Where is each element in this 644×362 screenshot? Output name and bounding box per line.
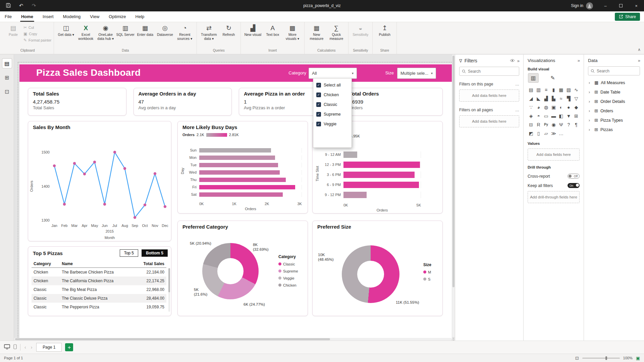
table-row[interactable]: ChickenThe Barbecue Chicken Pizza22,184.… [32, 268, 166, 277]
data-point-dec[interactable] [164, 205, 166, 208]
treemap-icon[interactable]: ▣ [550, 104, 557, 111]
busy-days-panel[interactable]: More Likely Busy Days Orders 2.1K 2.81K … [177, 121, 308, 214]
data-item-pizzas[interactable]: ›⊞Pizzas [588, 125, 640, 134]
new-page-button[interactable]: + [65, 343, 73, 351]
next-page-arrow-icon[interactable]: › [30, 345, 33, 350]
legend-item-supreme[interactable]: Supreme [278, 267, 298, 275]
cross-report-toggle[interactable]: Off [568, 174, 580, 179]
data-point-mar[interactable] [73, 162, 76, 165]
filters-search-box[interactable] [459, 67, 519, 76]
bar-3-6-pm[interactable] [343, 172, 415, 178]
fit-to-page-icon[interactable]: ⊡ [575, 356, 579, 361]
power-apps-icon[interactable]: ▱ [543, 130, 549, 137]
scatter-chart-icon[interactable]: ∵ [528, 104, 534, 111]
data-item-date-table[interactable]: ›⊞Date Table [588, 87, 640, 97]
ribbon-get-data-button[interactable]: ◫Get data ▾ [56, 23, 75, 37]
bottom-5-button[interactable]: Bottom 5 [142, 249, 168, 257]
column-header-name[interactable]: Name [60, 260, 133, 268]
checkbox-checked-icon[interactable]: ✓ [316, 93, 321, 97]
fit-to-width-icon[interactable]: ▣ [636, 356, 640, 361]
ribbon-chart-icon[interactable]: ≈ [558, 95, 565, 102]
more-options-icon[interactable]: … [515, 82, 519, 86]
previous-page-arrow-icon[interactable]: ‹ [24, 345, 27, 350]
clustered-column-chart-icon[interactable]: ▮ [550, 86, 557, 93]
bar-9-12-am[interactable] [343, 152, 357, 158]
legend-item-classic[interactable]: Classic [278, 260, 298, 267]
python-visual-icon[interactable]: Py [543, 121, 549, 128]
gauge-icon[interactable]: ◓ [535, 112, 542, 119]
decomposition-tree-icon[interactable]: Ψ [558, 121, 565, 128]
legend-item-m[interactable]: M [423, 268, 431, 276]
ribbon-text-box-button[interactable]: AText box [263, 23, 282, 37]
data-point-jun[interactable] [103, 203, 106, 205]
checkbox-checked-icon[interactable]: ✓ [316, 112, 321, 117]
data-point-sep[interactable] [133, 216, 136, 219]
area-chart-icon[interactable]: ◢ [528, 95, 534, 102]
menu-help[interactable]: Help [131, 11, 149, 22]
ribbon-new-measure-button[interactable]: ▦New measure [307, 23, 326, 41]
data-item-pizza-types[interactable]: ›⊞Pizza Types [588, 116, 640, 125]
dropdown-option-supreme[interactable]: ✓Supreme [313, 109, 352, 119]
dropdown-option-veggie[interactable]: ✓Veggie [313, 119, 352, 129]
bar-fri[interactable] [199, 185, 295, 189]
chevron-right-icon[interactable]: › [589, 99, 592, 104]
undo-icon[interactable]: ↶ [18, 3, 24, 9]
ribbon-copy-button[interactable]: ▣Copy [23, 32, 51, 36]
donut-chart-icon[interactable]: ◍ [543, 104, 549, 111]
pie-chart-icon[interactable]: ◕ [535, 104, 542, 111]
zoom-slider-thumb[interactable] [605, 356, 607, 360]
clustered-bar-chart-icon[interactable]: ≡ [543, 86, 549, 93]
top-5-button[interactable]: Top 5 [120, 249, 138, 257]
ribbon-quick-measure-button[interactable]: ∑Quick measure [327, 23, 346, 41]
mobile-view-icon[interactable] [13, 344, 17, 350]
data-search-box[interactable] [588, 66, 640, 75]
bar-12-3-pm[interactable] [343, 162, 420, 168]
minimize-button[interactable]: – [598, 0, 613, 11]
canvas-vertical-scrollbar[interactable] [452, 55, 455, 337]
checkbox-checked-icon[interactable]: ✓ [316, 83, 321, 87]
report-page[interactable]: Pizza Sales Dashboard Category All ▾ Siz… [19, 64, 452, 339]
ribbon-publish-button[interactable]: ↥Publish [375, 23, 394, 37]
size-slicer-dropdown[interactable]: Multiple sele... ▾ [397, 68, 436, 79]
qa-visual-icon[interactable]: ? [565, 121, 572, 128]
key-influencers-icon[interactable]: ◉ [550, 121, 557, 128]
ribbon-refresh-button[interactable]: ↻Refresh [219, 23, 238, 37]
kpi-card-average-orders-in-a-day[interactable]: Average Orders in a day47Avg orders in a… [133, 88, 232, 116]
map-icon[interactable]: ◐ [558, 104, 565, 111]
chevron-right-icon[interactable]: › [589, 80, 592, 85]
maximize-button[interactable] [613, 0, 629, 11]
kpi-icon[interactable]: ◧ [558, 112, 565, 119]
bar-wed[interactable] [199, 170, 280, 175]
category-slicer-dropdown[interactable]: All ▾ [309, 68, 357, 79]
data-item-order-details[interactable]: ›⊞Order Details [588, 97, 640, 106]
ribbon-recent-sources-button[interactable]: ◔Recent sources ▾ [175, 23, 194, 41]
paginated-report-icon[interactable]: ▯ [535, 130, 542, 137]
power-automate-icon[interactable]: ≫ [550, 130, 557, 137]
search-input[interactable] [468, 69, 517, 74]
desktop-view-icon[interactable] [4, 344, 10, 350]
bar-thu[interactable] [199, 178, 286, 182]
size-donut-chart[interactable] [342, 245, 399, 303]
sign-in-button[interactable]: Sign in [571, 2, 593, 9]
chevron-right-icon[interactable]: › [589, 118, 592, 123]
r-script-visual-icon[interactable]: R [535, 121, 542, 128]
dropdown-option-classic[interactable]: ✓Classic [313, 100, 352, 109]
more-options-icon[interactable]: … [515, 108, 519, 112]
chevron-right-icon[interactable]: › [589, 127, 592, 132]
legend-item-veggie[interactable]: Veggie [278, 275, 298, 282]
100-stacked-column-chart-icon[interactable]: ▧ [565, 86, 572, 93]
ribbon-new-visual-button[interactable]: ▟New visual [243, 23, 262, 37]
search-input[interactable] [597, 69, 637, 73]
menu-modeling[interactable]: Modeling [58, 11, 86, 22]
bar-6-9-pm[interactable] [343, 182, 419, 188]
chevron-right-icon[interactable]: › [589, 109, 592, 113]
menu-file[interactable]: File [0, 11, 16, 22]
menu-optimize[interactable]: Optimize [104, 11, 130, 22]
menu-home[interactable]: Home [16, 11, 38, 22]
collapse-pane-icon[interactable]: » [638, 58, 640, 63]
filter-dropzone[interactable]: Add data fields here [459, 89, 519, 102]
eye-icon[interactable] [510, 58, 515, 63]
metrics-icon[interactable]: ◩ [528, 130, 534, 137]
collapse-ribbon-icon[interactable]: ∧ [638, 47, 641, 52]
bar-mon[interactable] [199, 156, 275, 160]
